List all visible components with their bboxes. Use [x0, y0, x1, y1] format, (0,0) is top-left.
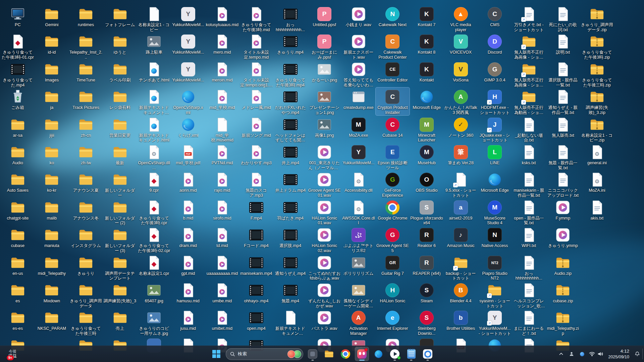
desktop-icon[interactable]: sirofo.mid	[205, 198, 239, 226]
desktop-icon[interactable]: 新しいフォルダー	[103, 170, 137, 198]
desktop-icon[interactable]: ラベル印刷	[103, 60, 137, 87]
desktop-icon[interactable]: 調声練習(失敗)_3	[103, 281, 137, 308]
desktop-icon[interactable]: aairset2-2019	[444, 198, 478, 226]
desktop-icon[interactable]: アナウンス冬	[69, 198, 103, 226]
desktop-icon[interactable]: ko-kr	[35, 170, 69, 198]
desktop-icon[interactable]: きゅうり食ってた午後3時-02.cpr	[137, 226, 171, 253]
desktop-icon[interactable]: きゅうり_調声用データ	[69, 281, 103, 308]
desktop-icon[interactable]: maniuta	[35, 226, 69, 253]
taskbar-app-notepad[interactable]	[404, 347, 418, 361]
taskbar-app-edge[interactable]	[371, 347, 385, 361]
desktop-icon[interactable]: GGroove Agent SE 5	[376, 226, 410, 253]
desktop-icon[interactable]: ゆうと	[103, 32, 137, 60]
desktop-icon[interactable]: ja	[35, 87, 69, 115]
search-highlight-icon[interactable]	[287, 350, 301, 358]
desktop-icon[interactable]: 無題のスコア.mp3	[239, 170, 273, 198]
desktop-icon[interactable]: くらげ.xml	[171, 115, 205, 143]
desktop-icon[interactable]: ⚙general.ini	[580, 143, 614, 170]
desktop-icon[interactable]: 新しいフォルダー (2)	[103, 198, 137, 226]
desktop-icon[interactable]: HALion Sonic 02.wav	[307, 226, 341, 253]
desktop-icon[interactable]: umibe.mid	[205, 281, 239, 308]
desktop-icon[interactable]: RREAPER (x64)	[410, 253, 444, 281]
desktop-icon[interactable]: きゅうり.mp4	[273, 32, 308, 60]
desktop-icon[interactable]: 調声練習(失敗)_3.zip	[580, 87, 614, 115]
desktop-icon[interactable]: 調声用データテンプレート	[103, 253, 137, 281]
desktop-icon[interactable]: ✓ノートン 360	[444, 115, 478, 143]
desktop-icon[interactable]: きゅうり	[69, 253, 103, 281]
desktop-icon[interactable]: 売上	[103, 308, 137, 336]
desktop-icon[interactable]: 無人販売.txt	[546, 115, 580, 143]
desktop-icon[interactable]: PVTNd.mid	[205, 143, 239, 170]
desktop-icon[interactable]: 井上ドラム.mp4	[273, 170, 308, 198]
desktop-icon[interactable]: PDFmid_学校.pdf	[171, 143, 205, 170]
desktop-icon[interactable]: akis.txt	[580, 198, 614, 226]
desktop-icon[interactable]: フォトフレーム	[103, 5, 137, 32]
desktop-icon[interactable]: 説明.txt	[546, 32, 580, 60]
desktop-icon[interactable]: manisekarin.mp4	[239, 253, 273, 281]
desktop-icon[interactable]: 名称未設定1 - コピー	[137, 5, 171, 32]
desktop-icon[interactable]: gpt.mid	[171, 253, 205, 281]
desktop-icon[interactable]: 営業日変更	[103, 115, 137, 143]
desktop-icon[interactable]: Microsoft Edge	[478, 170, 512, 198]
desktop-icon[interactable]: 新規エクスポート.wav	[341, 32, 376, 60]
network-volume-button[interactable]	[588, 348, 605, 360]
desktop-icon[interactable]: 新規テキストドキュメント (2).html	[137, 87, 171, 115]
desktop-icon[interactable]: 通知うぜえ - 親作品一覧.txt	[546, 87, 580, 115]
desktop-icon[interactable]: ↗backup - ショートカット	[444, 253, 478, 281]
desktop-icon[interactable]: mid_学校.mid	[205, 87, 239, 115]
desktop-icon[interactable]: ⚙AWSSDK.Core.dll	[341, 198, 376, 226]
desktop-icon[interactable]: SPlogue sforzando x64	[410, 198, 444, 226]
desktop-icon[interactable]: ごみ箱	[1, 87, 35, 115]
taskbar-app-file-explorer[interactable]	[322, 347, 336, 361]
desktop-icon[interactable]: DDiscord	[478, 32, 512, 60]
desktop-icon[interactable]: 名称未設定1.cpr	[137, 253, 171, 281]
desktop-icon[interactable]: きゅうりのコピー用サムネ.jpg	[137, 308, 171, 336]
desktop-icon[interactable]: b.mid	[171, 198, 205, 226]
show-desktop-button[interactable]	[642, 349, 644, 359]
desktop-icon[interactable]: meroin.mid	[205, 60, 239, 87]
desktop-icon[interactable]: mid_学校.musemid	[205, 115, 239, 143]
desktop-icon[interactable]: F.mp4	[239, 198, 273, 226]
desktop-icon[interactable]: _起動しない場合.txt	[512, 115, 546, 143]
desktop-icon[interactable]: Auto Saves	[1, 170, 35, 198]
desktop-icon[interactable]: Audio.zip	[546, 253, 580, 281]
desktop-icon[interactable]: 路上駐車	[137, 32, 171, 60]
desktop-icon[interactable]: 筆筆まめ Ver.28	[444, 143, 478, 170]
desktop-icon[interactable]: 65407.jpg	[137, 281, 171, 308]
notification-bell-button[interactable]	[633, 348, 642, 360]
desktop-icon[interactable]: レジ袋有料	[103, 87, 137, 115]
desktop-icon[interactable]: open.mp4	[239, 308, 273, 336]
desktop-icon[interactable]: MMinecraft Launcher	[410, 115, 444, 143]
desktop-icon[interactable]: まにまにわーるど！.txt	[512, 308, 546, 336]
desktop-icon[interactable]: NNative Access	[478, 226, 512, 253]
desktop-icon[interactable]: Microsoft Edge	[410, 87, 444, 115]
desktop-icon[interactable]: GGeForce Experience	[376, 170, 410, 198]
desktop-icon[interactable]: chatgpt-site	[1, 198, 35, 226]
desktop-icon[interactable]: manisekarin - 親作品一覧.txt	[512, 170, 546, 198]
taskbar-app-blue-app[interactable]	[421, 347, 435, 361]
desktop-icon[interactable]: ▲VLC media player	[444, 5, 478, 32]
desktop-icon[interactable]: 最新	[103, 143, 137, 170]
desktop-icon[interactable]: YYukkuriMovieM...	[341, 143, 376, 170]
desktop-icon[interactable]: HHALion Sonic	[376, 281, 410, 308]
desktop-icon[interactable]: hamusu.mid	[171, 281, 205, 308]
desktop-icon[interactable]: NT2Piapro Studio NT2	[478, 253, 512, 281]
desktop-icon[interactable]: aorin.mid	[171, 170, 205, 198]
desktop-icon[interactable]: TimeTune	[69, 60, 103, 87]
tray-app-button[interactable]	[577, 348, 587, 360]
desktop-icon[interactable]: YYukkuriMovieM...	[171, 60, 205, 87]
tray-overflow-chevron-button[interactable]	[556, 348, 566, 360]
desktop-icon[interactable]: 選択肢.mp4	[273, 226, 308, 253]
desktop-icon[interactable]: タイトル未設定.tempo.orig1.mid	[239, 60, 273, 87]
desktop-icon[interactable]: きゅうり食ってた午後3時.mp4	[273, 60, 308, 87]
desktop-icon[interactable]: 9.cpr	[137, 170, 171, 198]
desktop-icon[interactable]: SSteinberg Downlo...	[410, 308, 444, 336]
desktop-icon[interactable]: Telepathy_Inst_2...	[69, 32, 103, 60]
desktop-icon[interactable]: ↗syasinn - ショートカット	[478, 281, 512, 308]
desktop-icon[interactable]: H↗HDDFMT.exe - ショートカット	[478, 87, 512, 115]
desktop-icon[interactable]: CCMS	[478, 5, 512, 32]
desktop-icon[interactable]: ↗無人販売不正行為画像 - ショートカット	[512, 60, 546, 87]
desktop-icon[interactable]: ヘッドフォンはずしてても聞かつんみ.mp4	[273, 115, 308, 143]
desktop-icon[interactable]: PC	[1, 5, 35, 32]
desktop-icon[interactable]: きゅうり食ってた午後三時	[69, 308, 103, 336]
